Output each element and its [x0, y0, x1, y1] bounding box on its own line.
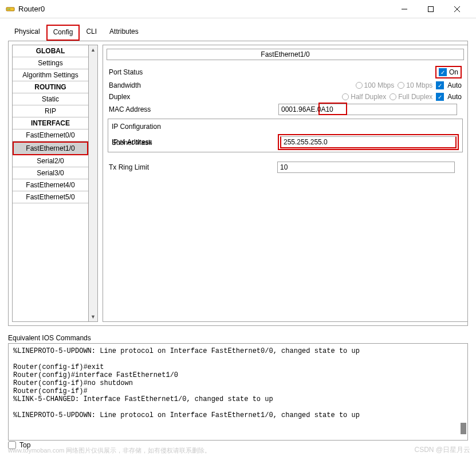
bandwidth-row: Bandwidth 100 Mbps 10 Mbps ✓ Auto: [107, 80, 464, 91]
titlebar: Router0: [0, 0, 476, 18]
ip-config-label: IP Configuration: [112, 121, 459, 133]
sidebar-item-settings[interactable]: Settings: [13, 57, 88, 69]
subnet-label: Subnet Mask: [112, 139, 180, 147]
sidebar-header-global: GLOBAL: [13, 45, 88, 57]
ip-config-group: IP Configuration IPv4 Address Subnet Mas…: [108, 119, 463, 152]
sidebar-wrap: GLOBAL Settings Algorithm Settings ROUTI…: [12, 45, 98, 322]
txring-label: Tx Ring Limit: [109, 163, 172, 171]
sidebar-item-static[interactable]: Static: [13, 93, 88, 105]
window-title: Router0: [18, 5, 391, 13]
port-status-checkbox[interactable]: ✓: [439, 68, 447, 76]
sidebar-item-fe00[interactable]: FastEthernet0/0: [13, 129, 88, 141]
sidebar-item-s20[interactable]: Serial2/0: [13, 155, 88, 167]
ios-section: Equivalent IOS Commands %LINEPROTO-5-UPD…: [0, 331, 476, 444]
window-controls: [391, 1, 470, 18]
duplex-label: Duplex: [109, 93, 172, 101]
port-status-row: Port Status ✓ On: [107, 65, 464, 80]
duplex-half-label: Half Duplex: [351, 93, 386, 101]
bandwidth-100-label: 100 Mbps: [364, 81, 395, 89]
sidebar-item-fe40[interactable]: FastEthernet4/0: [13, 179, 88, 191]
duplex-full-radio[interactable]: [390, 93, 396, 100]
sidebar-item-s30[interactable]: Serial3/0: [13, 167, 88, 179]
minimize-button[interactable]: [391, 1, 418, 18]
config-panel: FastEthernet1/0 Port Status ✓ On Bandwid…: [103, 45, 468, 322]
sidebar-item-fe50[interactable]: FastEthernet5/0: [13, 191, 88, 203]
duplex-auto-checkbox[interactable]: ✓: [436, 93, 444, 101]
port-status-on-highlight: ✓ On: [435, 66, 462, 78]
tab-bar: Physical Config CLI Attributes: [8, 24, 468, 41]
sidebar: GLOBAL Settings Algorithm Settings ROUTI…: [12, 45, 89, 322]
ios-scrollbar-thumb[interactable]: [461, 423, 466, 434]
bandwidth-100-radio[interactable]: [356, 82, 363, 89]
maximize-button[interactable]: [418, 1, 444, 18]
svg-rect-4: [428, 6, 434, 11]
tab-cli[interactable]: CLI: [80, 25, 103, 41]
mac-input[interactable]: [278, 104, 457, 115]
sidebar-item-fe10[interactable]: FastEthernet1/0: [13, 141, 88, 155]
duplex-row: Duplex Half Duplex Full Duplex ✓ Auto: [107, 91, 464, 103]
tab-physical[interactable]: Physical: [8, 25, 46, 41]
bandwidth-auto-label: Auto: [447, 81, 462, 89]
scroll-up-icon[interactable]: ▲: [91, 45, 96, 54]
txring-input[interactable]: [277, 162, 455, 173]
bandwidth-10-radio[interactable]: [398, 82, 404, 89]
scroll-down-icon[interactable]: ▼: [91, 312, 96, 321]
ios-output[interactable]: %LINEPROTO-5-UPDOWN: Line protocol on In…: [8, 343, 468, 441]
bandwidth-label: Bandwidth: [109, 81, 172, 89]
content-area: Physical Config CLI Attributes GLOBAL Se…: [0, 18, 476, 331]
port-status-on-label: On: [449, 68, 458, 76]
bandwidth-auto-checkbox[interactable]: ✓: [436, 81, 444, 89]
sidebar-scrollbar[interactable]: ▲ ▼: [89, 45, 98, 322]
tab-config[interactable]: Config: [46, 25, 80, 41]
watermark-toymoban: www.toymoban.com 网络图片仅供展示，非存储，如有侵权请联系删除。: [8, 446, 211, 455]
sidebar-header-interface: INTERFACE: [13, 117, 88, 129]
svg-point-1: [7, 9, 9, 10]
ios-text: %LINEPROTO-5-UPDOWN: Line protocol on In…: [13, 347, 360, 419]
mac-label: MAC Address: [109, 105, 172, 113]
duplex-full-label: Full Duplex: [398, 93, 432, 101]
ios-label: Equivalent IOS Commands: [8, 334, 468, 342]
txring-row: Tx Ring Limit: [107, 160, 464, 174]
sidebar-item-algorithm[interactable]: Algorithm Settings: [13, 69, 88, 81]
svg-point-2: [9, 9, 10, 10]
port-status-label: Port Status: [109, 68, 172, 76]
router-icon: [6, 5, 15, 14]
duplex-half-radio[interactable]: [342, 93, 349, 100]
subnet-input[interactable]: [280, 136, 457, 148]
sidebar-header-routing: ROUTING: [13, 81, 88, 93]
watermark-csdn: CSDN @日星月云: [414, 445, 470, 455]
bandwidth-10-label: 10 Mbps: [406, 81, 432, 89]
close-button[interactable]: [444, 1, 470, 18]
tab-attributes[interactable]: Attributes: [103, 25, 145, 41]
main-panel: GLOBAL Settings Algorithm Settings ROUTI…: [8, 41, 468, 326]
sidebar-item-rip[interactable]: RIP: [13, 105, 88, 117]
panel-title: FastEthernet1/0: [107, 49, 464, 60]
duplex-auto-label: Auto: [447, 93, 462, 101]
mac-row: MAC Address: [107, 103, 464, 116]
